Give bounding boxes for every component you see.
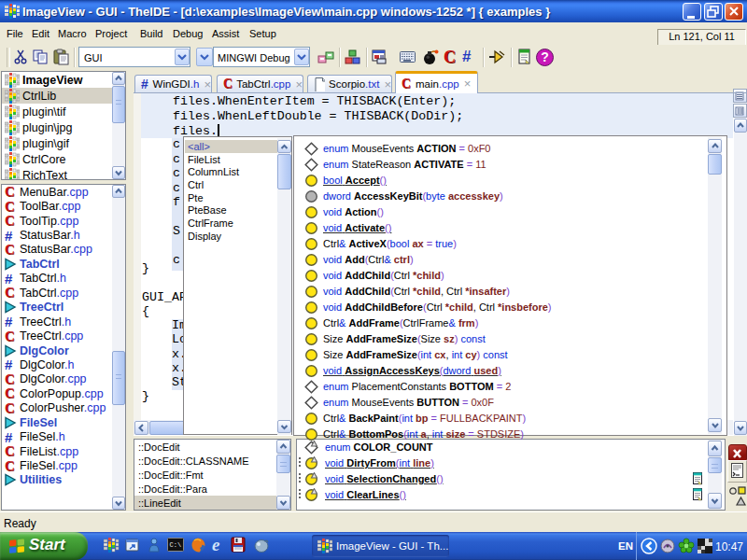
svg-text:C:\: C:\	[170, 541, 182, 549]
